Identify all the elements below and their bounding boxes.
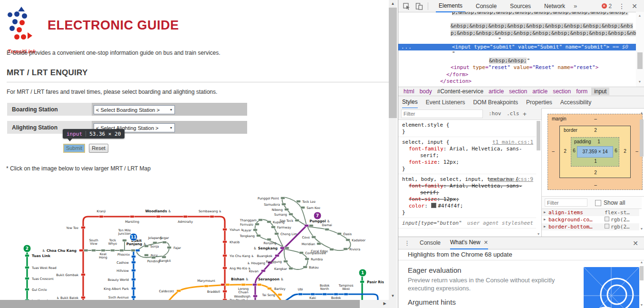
breadcrumb-item[interactable]: article — [489, 88, 504, 95]
color-swatch[interactable] — [431, 203, 436, 208]
expand-dots[interactable]: ... — [401, 44, 412, 51]
elements-node[interactable]: <input type="reset" value="Reset" name="… — [398, 64, 636, 71]
elements-node[interactable]: " — [398, 37, 636, 44]
tab-styles[interactable]: Styles — [402, 96, 418, 109]
breadcrumb-item[interactable]: article — [532, 88, 548, 95]
mrt-lrt-map[interactable]: Tuas LinkTuas West RoadTuas CrescentGul … — [19, 186, 385, 301]
css-rule[interactable]: select, input {t1 main.css:1font-family:… — [398, 137, 536, 174]
rule-selector: element.style { — [402, 122, 449, 128]
elements-scrollbar[interactable]: ▲ ▼ — [636, 12, 644, 87]
scroll-right-icon[interactable]: ▶ — [381, 300, 389, 308]
elements-node[interactable] — [398, 16, 636, 23]
class-toggle[interactable]: .cls — [507, 110, 519, 117]
tab-elements[interactable]: Elements — [436, 0, 465, 12]
css-rule[interactable]: input[type="button"user agent stylesheet — [398, 218, 536, 229]
scroll-up-icon[interactable]: ▲ — [389, 0, 397, 8]
submit-button[interactable]: Submit — [63, 144, 85, 153]
elements-node[interactable]: &nbsp;&nbsp;" — [398, 58, 636, 65]
scrollbar-thumb[interactable] — [640, 266, 644, 280]
transitlink-logo[interactable]: TransitLink — [5, 7, 36, 48]
computed-property-row[interactable]: ▶background-co…rgb(2… — [542, 216, 639, 223]
elements-node[interactable]: " — [398, 50, 636, 58]
alighting-label: Alighting Station — [12, 124, 58, 131]
scrollbar-thumb[interactable] — [0, 300, 360, 308]
css-property[interactable]: color: #4f4f4f; — [402, 203, 533, 209]
css-rule[interactable]: html, body, select, input, textarea {ese… — [398, 174, 536, 218]
map-station-chip — [312, 236, 316, 238]
tab-console[interactable]: Console — [473, 0, 500, 12]
device-toolbar-icon[interactable] — [415, 2, 423, 10]
breadcrumb-item[interactable]: #Content-eservice — [437, 88, 483, 95]
more-tabs-icon[interactable]: » — [574, 2, 577, 10]
styles-filter-input[interactable] — [401, 109, 483, 118]
error-badge[interactable]: ✕ 2 — [602, 3, 612, 10]
elements-node[interactable]: p;&nbsp;&nbsp;&nbsp;&nbsp;&nbsp;&nbsp;&n… — [398, 30, 636, 37]
scroll-up-icon[interactable]: ▲ — [639, 111, 644, 114]
show-all-checkbox[interactable] — [595, 200, 601, 206]
scroll-down-icon[interactable]: ▼ — [389, 292, 397, 300]
page-vertical-scrollbar[interactable]: ▲ ▼ — [389, 0, 397, 300]
scrollbar-thumb[interactable] — [637, 52, 643, 69]
close-tab-icon[interactable]: ✕ — [482, 239, 488, 245]
breadcrumb-item[interactable]: input — [591, 88, 609, 95]
css-property[interactable]: font-family: Arial, Helvetica, sans-seri… — [402, 146, 533, 159]
scroll-down-icon[interactable]: ▼ — [639, 303, 644, 307]
scroll-down-icon[interactable]: ▼ — [536, 232, 541, 236]
inspect-element-icon[interactable] — [403, 2, 411, 10]
tab-dom-breakpoints[interactable]: DOM Breakpoints — [473, 97, 518, 108]
kebab-menu-icon[interactable]: ⋮ — [618, 2, 625, 10]
elements-node[interactable]: &nbsp;&nbsp;&nbsp;&nbsp;&nbsp;&nbsp;&nbs… — [398, 23, 636, 30]
new-rule-icon[interactable]: + — [523, 110, 527, 118]
box-model[interactable]: margin – – – – border 2 2 2 2 padding 1 … — [548, 114, 643, 190]
elements-node[interactable]: </section> — [398, 78, 636, 85]
tab-sources[interactable]: Sources — [507, 0, 534, 12]
disclosure-triangle-icon[interactable]: ▶ — [544, 209, 546, 216]
close-devtools-icon[interactable]: ✕ — [632, 2, 637, 10]
computed-property-row[interactable]: ▶align-itemsflex-st… — [542, 209, 639, 216]
map-station-chip — [223, 229, 227, 231]
tab-accessibility[interactable]: Accessibility — [560, 97, 591, 108]
boarding-station-select[interactable]: < Select Boarding Station > ▼ — [94, 105, 175, 114]
css-property[interactable]: font-size: 12px; — [402, 196, 533, 203]
scrollbar-thumb[interactable] — [537, 121, 540, 150]
drawer-tab-console[interactable]: Console — [420, 237, 441, 249]
scroll-down-icon[interactable]: ▼ — [637, 80, 643, 83]
disclosure-triangle-icon[interactable]: ▶ — [544, 223, 546, 230]
drawer-scrollbar[interactable]: ▲ ▼ — [639, 260, 644, 308]
css-property[interactable]: font-family: Arial, Helvetica, sans-seri… — [402, 183, 533, 196]
styles-scrollbar[interactable]: ▼ — [536, 120, 541, 237]
scrollbar-thumb[interactable] — [640, 119, 644, 157]
hover-toggle[interactable]: :hov — [489, 110, 501, 117]
elements-node[interactable]: </form> — [398, 71, 636, 79]
scrollbar-thumb[interactable] — [389, 8, 397, 118]
breadcrumb-item[interactable]: form — [576, 88, 587, 95]
tab-network[interactable]: Network — [541, 0, 568, 12]
close-drawer-icon[interactable]: ✕ — [633, 239, 638, 247]
scroll-down-icon[interactable]: ▼ — [639, 227, 644, 230]
elements-node[interactable]: p;&nbsp;&nbsp;&nbsp;&nbsp;&nbsp;&nbsp;&n… — [398, 12, 636, 16]
tab-properties[interactable]: Properties — [526, 97, 552, 108]
computed-filter-input[interactable] — [545, 199, 587, 207]
css-property[interactable]: font-size: 12px; — [402, 159, 533, 166]
computed-property-row[interactable]: ▶border-bottom…rgb(2… — [542, 223, 639, 230]
drawer-tab-whats-new[interactable]: What's New ✕ — [450, 237, 488, 249]
scroll-up-icon[interactable]: ▲ — [637, 14, 643, 17]
map-station-chip — [297, 200, 301, 203]
computed-scrollbar[interactable]: ▲ ▼ — [639, 108, 644, 237]
breadcrumb-item[interactable]: section — [553, 88, 571, 95]
stylesheet-link[interactable]: user agent stylesheet — [467, 220, 533, 227]
reset-button[interactable]: Reset — [89, 144, 108, 153]
kebab-menu-icon[interactable]: ⋮ — [404, 239, 410, 247]
tab-event-listeners[interactable]: Event Listeners — [426, 97, 465, 108]
elements-selected-node[interactable]: ...<input type="submit" value="Submit" n… — [398, 44, 636, 51]
scroll-up-icon[interactable]: ▲ — [639, 260, 644, 264]
stylesheet-link[interactable]: t1 main.css:1 — [492, 139, 533, 146]
stylesheet-link[interactable]: eservice.css:9 — [489, 176, 533, 183]
breadcrumb-item[interactable]: body — [420, 88, 432, 95]
page-horizontal-scrollbar[interactable]: ▶ — [0, 300, 389, 308]
css-rules: element.style {}select, input {t1 main.c… — [398, 120, 536, 229]
breadcrumb-item[interactable]: section — [509, 88, 527, 95]
breadcrumb-item[interactable]: html — [404, 88, 414, 95]
css-rule[interactable]: element.style {} — [398, 120, 536, 137]
disclosure-triangle-icon[interactable]: ▶ — [544, 216, 546, 223]
